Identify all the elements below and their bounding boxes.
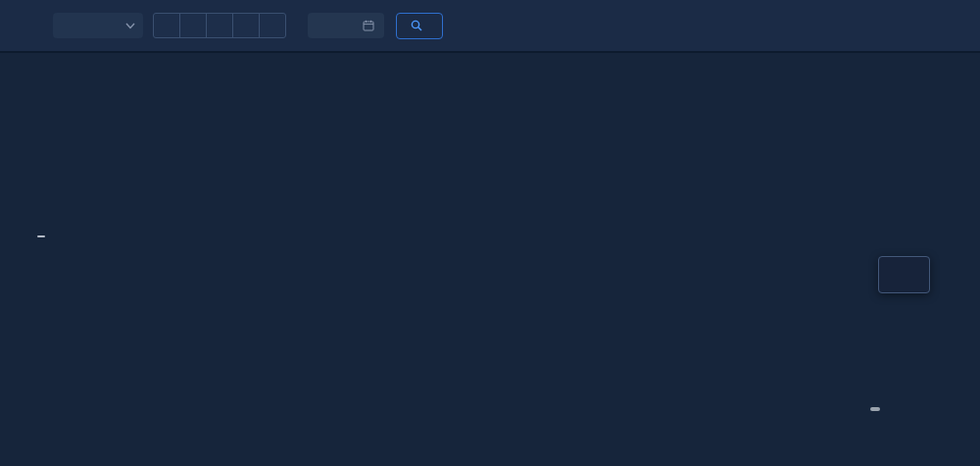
chart-tooltip: [878, 256, 930, 293]
axis-pointer-label: [870, 407, 880, 411]
temperature-chart[interactable]: [0, 0, 980, 466]
tooltip-dot-ambient: [888, 269, 895, 276]
tooltip-row-module: [888, 279, 920, 285]
markline-value-label: [37, 235, 45, 237]
weather-station-app: [0, 0, 980, 466]
tooltip-row-ambient: [888, 269, 920, 276]
tooltip-dot-module: [888, 279, 895, 285]
